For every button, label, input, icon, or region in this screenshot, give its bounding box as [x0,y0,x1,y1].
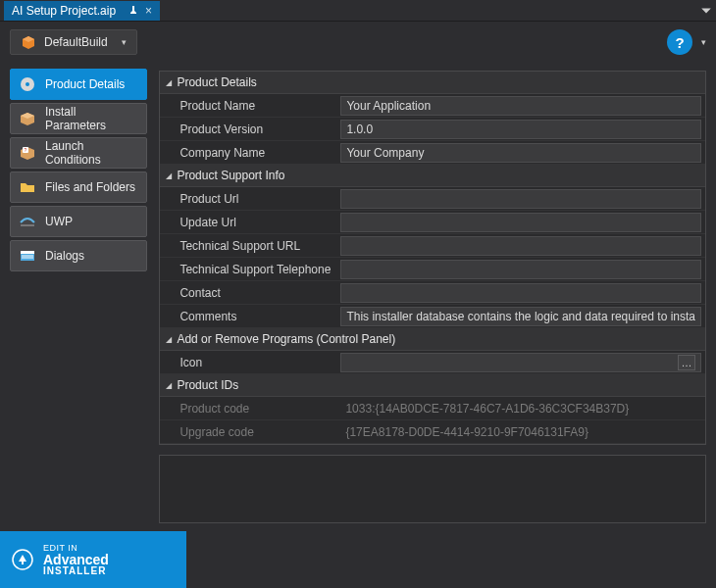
row-label: Technical Support URL [160,239,340,253]
dialogs-icon [19,247,36,265]
document-tab[interactable]: AI Setup Project.aip × [4,1,160,21]
product-url-field[interactable] [340,189,701,209]
document-tab-title: AI Setup Project.aip [12,4,116,18]
tech-support-url-field[interactable] [340,236,701,256]
collapse-icon: ◢ [166,335,172,344]
product-code-value: 1033:{14AB0DCE-7817-46C7-A1D6-36C3CF34B3… [340,399,701,418]
group-header-add-remove[interactable]: ◢ Add or Remove Programs (Control Panel) [160,328,705,351]
contact-field[interactable] [340,283,701,303]
description-panel [159,455,706,523]
sidebar-item-product-details[interactable]: Product Details [10,69,147,100]
group-title: Product Details [177,75,256,89]
installer-logo-icon [12,549,33,570]
edit-in-advanced-installer[interactable]: EDIT IN Advanced INSTALLER [0,531,186,588]
collapse-icon: ◢ [166,381,172,390]
collapse-icon: ◢ [166,78,172,87]
svg-text:?: ? [25,147,27,153]
sidebar-item-label: Install Parameters [45,105,138,132]
group-title: Product Support Info [177,169,284,182]
box-question-icon: ? [19,144,36,162]
comments-field[interactable]: This installer database contains the log… [340,307,701,326]
row-label: Upgrade code [160,425,340,439]
box-icon [19,110,36,127]
row-label: Comments [160,310,340,323]
sidebar-item-files-folders[interactable]: Files and Folders [10,172,147,203]
footer-text: EDIT IN Advanced INSTALLER [43,544,109,576]
sidebar-item-label: Files and Folders [45,180,135,194]
row-label: Technical Support Telephone [160,263,340,276]
upgrade-code-value: {17EA8178-D0DE-4414-9210-9F7046131FA9} [340,422,701,442]
row-label: Product Version [160,122,340,136]
row-label: Update Url [160,216,340,229]
row-label: Company Name [160,146,340,160]
msi-box-icon [21,34,36,50]
product-version-field[interactable]: 1.0.0 [340,120,701,139]
window-menu-icon[interactable] [700,5,712,17]
group-title: Product IDs [177,378,238,392]
browse-button[interactable]: … [678,355,695,370]
close-tab-icon[interactable]: × [145,4,152,18]
help-button[interactable]: ? [667,29,692,55]
svg-rect-6 [21,251,34,254]
row-product-version: Product Version 1.0.0 [160,118,705,141]
property-grid: ◢ Product Details Product Name Your Appl… [159,71,706,445]
folder-icon [19,178,36,196]
row-product-name: Product Name Your Application [160,94,705,118]
sidebar-item-label: UWP [45,215,73,228]
build-selector[interactable]: DefaultBuild ▾ [10,29,137,55]
title-bar: AI Setup Project.aip × [0,0,716,22]
group-header-product-details[interactable]: ◢ Product Details [160,72,705,94]
toolbar: DefaultBuild ▾ ? ▾ [0,22,716,63]
product-name-field[interactable]: Your Application [340,96,701,116]
svg-point-1 [26,82,29,86]
sidebar-item-label: Product Details [45,77,125,91]
build-label: DefaultBuild [44,35,108,49]
update-url-field[interactable] [340,213,701,232]
collapse-icon: ◢ [166,172,172,180]
row-label: Product Name [160,99,340,113]
sidebar-item-install-parameters[interactable]: Install Parameters [10,103,147,134]
group-title: Add or Remove Programs (Control Panel) [177,332,395,346]
sidebar-item-uwp[interactable]: UWP [10,206,147,237]
company-name-field[interactable]: Your Company [340,143,701,163]
sidebar-item-label: Dialogs [45,249,84,263]
icon-field[interactable]: … [340,353,701,372]
chevron-down-icon: ▾ [122,37,127,47]
sidebar-item-label: Launch Conditions [45,139,138,167]
bridge-icon [19,213,36,230]
help-dropdown-icon[interactable]: ▾ [701,37,706,47]
row-label: Product Url [160,192,340,206]
sidebar: Product Details Install Parameters ? Lau… [0,63,155,531]
row-company-name: Company Name Your Company [160,141,705,165]
group-header-support-info[interactable]: ◢ Product Support Info [160,165,705,187]
row-label: Contact [160,286,340,300]
row-label: Icon [160,356,340,369]
disc-icon [19,75,36,93]
sidebar-item-dialogs[interactable]: Dialogs [10,240,147,271]
sidebar-item-launch-conditions[interactable]: ? Launch Conditions [10,137,147,169]
pin-icon[interactable] [128,5,139,17]
row-label: Product code [160,402,340,416]
group-header-product-ids[interactable]: ◢ Product IDs [160,374,705,397]
tech-support-tel-field[interactable] [340,260,701,279]
